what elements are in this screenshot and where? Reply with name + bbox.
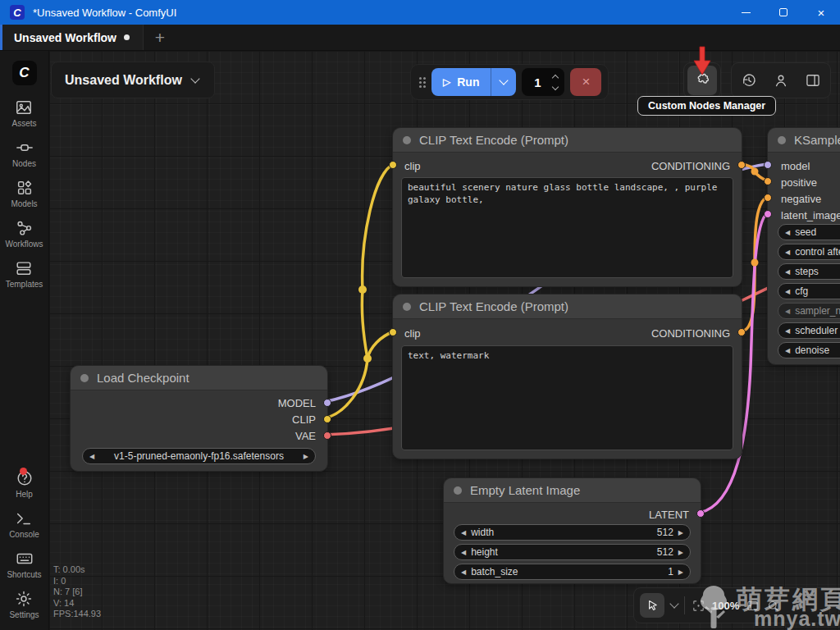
minimize-icon: [742, 12, 751, 13]
ckpt-name-combo[interactable]: ◀ v1-5-pruned-emaonly-fp16.safetensors ▶: [82, 448, 316, 464]
close-button[interactable]: ×: [802, 0, 840, 25]
minimize-button[interactable]: [727, 0, 765, 25]
port-clip-input[interactable]: [389, 161, 397, 169]
batch-count-value: 1: [522, 75, 553, 89]
sidebar-item-models[interactable]: Models: [11, 179, 37, 208]
port-model-output[interactable]: [323, 399, 331, 407]
run-button[interactable]: ▷ Run: [431, 68, 516, 96]
port-negative-input[interactable]: [764, 194, 772, 202]
run-options-button[interactable]: [491, 80, 516, 84]
annotation-arrow-icon: [692, 46, 713, 75]
sidebar-item-nodes[interactable]: Nodes: [12, 139, 36, 168]
next-value-icon[interactable]: ▶: [678, 529, 683, 536]
reroute-dot[interactable]: [751, 259, 759, 267]
zoom-menu-icon[interactable]: [766, 599, 780, 613]
reroute-dot[interactable]: [751, 168, 759, 176]
batch-size-widget[interactable]: ◀ batch_size 1 ▶: [454, 564, 691, 580]
height-widget[interactable]: ◀ height 512 ▶: [454, 544, 691, 560]
minimap-icon[interactable]: [746, 599, 760, 613]
sidebar: C Assets Nodes Models Workflows Template…: [0, 51, 49, 630]
ckpt-name-value: v1-5-pruned-emaonly-fp16.safetensors: [99, 450, 299, 462]
width-widget[interactable]: ◀ width 512 ▶: [454, 524, 691, 541]
new-tab-button[interactable]: +: [144, 25, 176, 50]
next-value-icon[interactable]: ▶: [678, 568, 683, 576]
titlebar: C *Unsaved Workflow - ComfyUI ×: [0, 0, 840, 25]
close-icon: ×: [818, 7, 825, 19]
maximize-icon: [779, 8, 788, 16]
tab-unsaved-workflow[interactable]: Unsaved Workflow: [0, 25, 144, 50]
zoom-level[interactable]: 100%: [712, 600, 739, 612]
node-status-dot: [778, 136, 786, 144]
sampler-name-widget[interactable]: ◀sampler_name: [778, 303, 840, 319]
port-conditioning-output[interactable]: [737, 161, 746, 169]
port-model-input[interactable]: [764, 161, 772, 169]
node-ksampler[interactable]: KSampler model positive negative latent_…: [767, 127, 840, 365]
sidebar-item-label: Templates: [6, 280, 43, 289]
denoise-widget[interactable]: ◀denoise: [778, 342, 840, 358]
node-title: CLIP Text Encode (Prompt): [419, 299, 568, 313]
prev-value-icon[interactable]: ◀: [461, 549, 466, 556]
reroute-dot[interactable]: [363, 354, 372, 363]
port-vae-output[interactable]: [323, 431, 331, 440]
settings-icon: [15, 590, 33, 608]
prompt-textarea[interactable]: text, watermark: [401, 345, 733, 450]
node-clip-text-encode-negative[interactable]: CLIP Text Encode (Prompt) clip CONDITION…: [392, 294, 742, 459]
widget-label: height: [471, 546, 498, 558]
sidebar-item-assets[interactable]: Assets: [11, 98, 36, 128]
port-clip-output[interactable]: [323, 415, 331, 423]
control-after-generate-widget[interactable]: ◀control after generate: [778, 244, 840, 260]
port-latent-image-input[interactable]: [764, 210, 772, 218]
prev-value-icon[interactable]: ◀: [461, 568, 466, 576]
maximize-button[interactable]: [765, 0, 802, 25]
node-header[interactable]: CLIP Text Encode (Prompt): [393, 294, 742, 319]
cancel-run-button[interactable]: ×: [570, 68, 601, 96]
output-slot-model: MODEL: [278, 397, 316, 409]
port-conditioning-output[interactable]: [737, 328, 746, 336]
history-button[interactable]: [735, 66, 764, 95]
sidebar-item-console[interactable]: Console: [9, 509, 39, 539]
steps-widget[interactable]: ◀steps: [778, 263, 840, 280]
increment-icon[interactable]: [552, 74, 559, 80]
node-clip-text-encode-positive[interactable]: CLIP Text Encode (Prompt) clip CONDITION…: [392, 127, 742, 287]
tool-options-chevron-icon[interactable]: [669, 599, 678, 608]
drag-handle[interactable]: [419, 77, 422, 80]
node-empty-latent-image[interactable]: Empty Latent Image LATENT ◀ width 512 ▶ …: [443, 477, 701, 584]
sidebar-item-workflows[interactable]: Workflows: [6, 219, 43, 249]
fit-view-icon[interactable]: [692, 599, 705, 613]
port-latent-output[interactable]: [696, 509, 705, 518]
workflow-menu-button[interactable]: Unsaved Workflow: [51, 62, 215, 98]
select-tool-button[interactable]: [640, 593, 664, 618]
batch-count-input[interactable]: 1: [522, 68, 564, 96]
prev-value-icon[interactable]: ◀: [89, 453, 94, 460]
output-slot-conditioning: CONDITIONING: [651, 160, 730, 172]
prev-value-icon[interactable]: ◀: [461, 529, 466, 536]
tooltip: Custom Nodes Manager: [637, 96, 776, 116]
node-header[interactable]: KSampler: [768, 128, 840, 153]
node-load-checkpoint[interactable]: Load Checkpoint MODEL CLIP VAE ◀ v1-5-pr…: [70, 365, 328, 472]
port-clip-input[interactable]: [389, 328, 397, 336]
prompt-textarea[interactable]: beautiful scenery nature glass bottle la…: [401, 177, 733, 278]
stat-iterations: I: 0: [53, 576, 101, 587]
node-header[interactable]: CLIP Text Encode (Prompt): [393, 128, 742, 153]
sidebar-item-shortcuts[interactable]: Shortcuts: [7, 550, 41, 579]
widget-value: 1: [668, 566, 673, 578]
sidebar-item-label: Shortcuts: [7, 570, 41, 579]
graph-canvas[interactable]: Unsaved Workflow ▷ Run 1 ×: [49, 51, 840, 630]
node-header[interactable]: Load Checkpoint: [71, 366, 327, 390]
sidebar-item-help[interactable]: Help: [16, 469, 34, 499]
decrement-icon[interactable]: [552, 83, 559, 89]
cfg-widget[interactable]: ◀cfg: [778, 283, 840, 299]
sidebar-item-label: Settings: [9, 610, 39, 619]
sidebar-item-templates[interactable]: Templates: [6, 259, 43, 289]
sidebar-item-settings[interactable]: Settings: [9, 590, 39, 619]
reroute-dot[interactable]: [358, 285, 367, 294]
user-button[interactable]: [767, 66, 796, 95]
next-value-icon[interactable]: ▶: [304, 453, 308, 460]
node-header[interactable]: Empty Latent Image: [444, 478, 701, 503]
seed-widget[interactable]: ◀seed: [778, 224, 840, 240]
port-positive-input[interactable]: [764, 177, 772, 185]
scheduler-widget[interactable]: ◀scheduler: [778, 322, 840, 339]
next-value-icon[interactable]: ▶: [678, 549, 683, 556]
window-title: *Unsaved Workflow - ComfyUI: [33, 7, 176, 19]
toggle-panel-button[interactable]: [798, 66, 827, 95]
